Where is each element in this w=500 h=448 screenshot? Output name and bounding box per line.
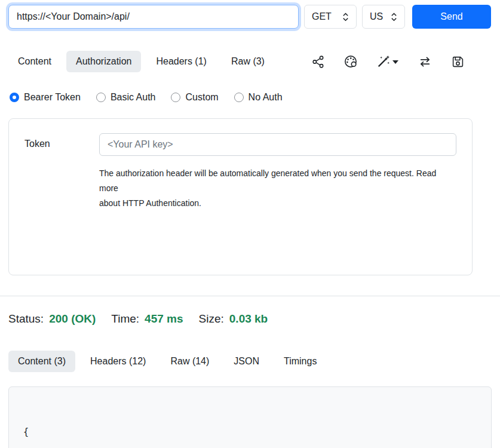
auth-option-label: Custom [185, 92, 218, 103]
time-label: Time: [111, 312, 139, 326]
response-tabs: Content (3) Headers (12) Raw (14) JSON T… [8, 351, 492, 372]
palette-icon[interactable] [344, 55, 357, 68]
tab-response-json[interactable]: JSON [224, 351, 269, 372]
status-value: 200 (OK) [49, 312, 96, 326]
radio-icon [171, 93, 180, 102]
auth-option-label: No Auth [249, 92, 283, 103]
swap-arrows-icon[interactable] [418, 56, 432, 68]
auth-option-no-auth[interactable]: No Auth [234, 92, 283, 103]
auth-option-label: Basic Auth [111, 92, 156, 103]
auth-option-bearer-token[interactable]: Bearer Token [10, 92, 81, 103]
time-value: 457 ms [145, 312, 183, 326]
send-button[interactable]: Send [412, 5, 491, 29]
method-select[interactable]: GET [304, 5, 357, 29]
share-nodes-icon[interactable] [312, 56, 324, 68]
token-help-line-1: The authorization header will be automat… [99, 168, 436, 193]
auth-option-custom[interactable]: Custom [171, 92, 218, 103]
token-help-line-2: about HTTP Authentication. [99, 198, 201, 208]
token-panel: Token The authorization header will be a… [8, 118, 473, 275]
auth-option-label: Bearer Token [24, 92, 81, 103]
tab-response-raw[interactable]: Raw (14) [161, 351, 219, 372]
magic-wand-sparkles-icon[interactable] [377, 55, 398, 68]
size-label: Size: [199, 312, 224, 326]
token-field-label: Token [24, 133, 99, 260]
tab-content[interactable]: Content [8, 51, 61, 72]
code-line: { [23, 425, 477, 440]
tab-response-timings[interactable]: Timings [274, 351, 326, 372]
url-input[interactable] [8, 5, 299, 29]
radio-checked-icon [10, 93, 19, 102]
section-divider [0, 296, 500, 296]
response-status-bar: Status: 200 (OK) Time: 457 ms Size: 0.03… [8, 312, 492, 326]
chevron-down-icon [392, 60, 398, 64]
auth-option-basic-auth[interactable]: Basic Auth [96, 92, 156, 103]
tab-headers[interactable]: Headers (1) [146, 51, 216, 72]
tab-response-content[interactable]: Content (3) [8, 351, 75, 372]
radio-icon [234, 93, 244, 102]
tab-response-headers[interactable]: Headers (12) [81, 351, 155, 372]
response-body: { "message": "API running." } [8, 386, 492, 448]
request-bar: GET US Send [0, 0, 500, 29]
size-value: 0.03 kb [229, 312, 268, 326]
updown-arrows-icon [391, 13, 397, 22]
token-help-text: The authorization header will be automat… [99, 166, 456, 211]
tab-authorization[interactable]: Authorization [66, 51, 141, 72]
method-select-value: GET [312, 11, 332, 22]
request-toolbar [312, 55, 492, 68]
request-tabs: Content Authorization Headers (1) Raw (3… [8, 51, 492, 72]
auth-type-options: Bearer Token Basic Auth Custom No Auth [10, 92, 492, 103]
region-select[interactable]: US [362, 5, 405, 29]
tab-raw[interactable]: Raw (3) [222, 51, 274, 72]
radio-icon [96, 93, 106, 102]
status-label: Status: [8, 312, 44, 326]
region-select-value: US [370, 11, 383, 22]
token-input[interactable] [99, 133, 456, 156]
updown-arrows-icon [342, 13, 349, 22]
save-icon[interactable] [452, 56, 464, 68]
